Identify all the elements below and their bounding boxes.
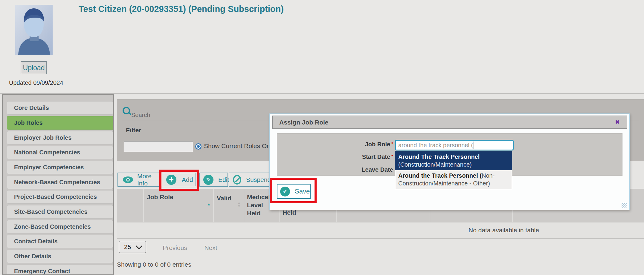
add-button[interactable]: + Add <box>162 173 196 186</box>
filter-label: Filter <box>126 127 141 134</box>
leave-date-field-label: Leave Date <box>277 166 393 173</box>
search-icon <box>123 107 132 116</box>
autocomplete-option-1[interactable]: Around The Track Personnel (Construction… <box>395 151 512 170</box>
no-entry-icon <box>233 175 241 185</box>
page-title: Test Citizen (20-00293351) (Pending Subs… <box>79 4 284 14</box>
leave-date-label-text: Leave Date <box>361 166 393 173</box>
sort-both-icon[interactable]: ▲▼ <box>237 201 241 208</box>
job-role-autocomplete-list: Around The Track Personnel (Construction… <box>395 151 512 189</box>
sidebar-item-site-based-competencies[interactable]: Site-Based Competencies <box>7 205 113 219</box>
sidebar-nav: Core Details Job Roles Employer Job Role… <box>2 94 114 275</box>
more-info-label: More Info <box>137 173 159 187</box>
option-matched-text: Around the Track Personnel ( <box>398 172 482 179</box>
page-size-select[interactable]: 25 <box>119 241 146 253</box>
job-role-input-value: around the track personnel ( <box>398 142 473 149</box>
job-role-input[interactable]: around the track personnel ( <box>395 140 514 150</box>
app-window: Upload Updated 09/09/2024 Test Citizen (… <box>0 0 644 275</box>
photo-updated-date: Updated 09/09/2024 <box>9 79 63 86</box>
sidebar-item-project-based-competencies[interactable]: Project-Based Competencies <box>7 190 113 204</box>
no-data-message: No data available in table <box>444 227 564 234</box>
job-role-field-label: Job Role* <box>277 141 393 148</box>
sort-ascending-icon[interactable]: ▲ <box>207 202 211 206</box>
dialog-resize-handle[interactable] <box>622 203 627 208</box>
text-caret <box>474 142 474 149</box>
required-mark: * <box>391 141 393 146</box>
dialog-title: Assign Job Role <box>279 119 329 126</box>
suspend-label: Suspend <box>246 176 271 183</box>
autocomplete-option-2[interactable]: Around the Track Personnel (Non-Construc… <box>395 170 512 189</box>
sidebar-item-job-roles[interactable]: Job Roles <box>7 116 114 130</box>
job-role-label-text: Job Role <box>365 141 390 148</box>
column-header-valid[interactable]: Valid <box>217 194 231 202</box>
profile-photo <box>15 5 53 55</box>
pencil-circle-icon: ✎ <box>203 175 213 185</box>
sidebar-item-employer-job-roles[interactable]: Employer Job Roles <box>7 131 113 145</box>
close-icon[interactable]: ✖ <box>615 119 619 125</box>
filter-input[interactable] <box>124 141 193 152</box>
start-date-field-label: Start Date* <box>277 153 393 160</box>
sidebar-item-employer-competencies[interactable]: Employer Competencies <box>7 161 113 174</box>
search-label: Search <box>131 112 150 119</box>
edit-label: Edit <box>218 176 229 183</box>
sidebar-item-other-details[interactable]: Other Details <box>7 250 113 263</box>
show-current-roles-label: Show Current Roles Only <box>204 142 275 150</box>
required-mark: * <box>391 153 393 159</box>
sidebar-item-core-details[interactable]: Core Details <box>7 101 113 115</box>
assign-job-role-dialog: Assign Job Role ✖ Job Role* Start Date* … <box>269 113 630 210</box>
sidebar-item-contact-details[interactable]: Contact Details <box>7 235 113 248</box>
save-button[interactable]: ✔ Save <box>277 184 311 199</box>
option-matched-text: Around The Track Personnel <box>398 153 480 160</box>
next-page-link[interactable]: Next <box>194 244 227 251</box>
entries-summary: Showing 0 to 0 of 0 entries <box>117 261 191 268</box>
start-date-label-text: Start Date <box>362 153 390 160</box>
page-size-value: 25 <box>124 243 131 251</box>
table-empty-row: No data available in table <box>117 222 644 239</box>
chevron-down-icon <box>136 243 143 250</box>
option-rest-text: (Construction/Maintenance) <box>398 161 472 168</box>
sidebar-item-zone-based-competencies[interactable]: Zone-Based Competencies <box>7 220 113 233</box>
save-button-label: Save <box>295 188 310 195</box>
upload-button[interactable]: Upload <box>21 61 47 74</box>
show-current-roles-radio[interactable] <box>195 143 202 150</box>
column-separator <box>244 189 244 222</box>
check-circle-icon: ✔ <box>280 187 290 196</box>
add-label: Add <box>182 176 193 183</box>
column-separator <box>213 189 214 222</box>
previous-page-link[interactable]: Previous <box>158 244 191 251</box>
column-header-job-role[interactable]: Job Role <box>147 193 173 201</box>
suspend-button[interactable]: Suspend <box>229 173 271 187</box>
column-separator <box>143 189 144 222</box>
edit-button[interactable]: ✎ Edit <box>199 173 228 187</box>
more-info-button[interactable]: More Info <box>117 173 159 187</box>
sidebar-item-national-competencies[interactable]: National Competencies <box>7 146 113 159</box>
eye-icon <box>123 176 131 183</box>
top-band: Upload Updated 09/09/2024 Test Citizen (… <box>0 0 644 94</box>
plus-circle-icon: + <box>166 175 176 185</box>
sidebar-item-network-based-competencies[interactable]: Network-Based Competencies <box>7 176 113 189</box>
upload-button-label: Upload <box>23 64 45 72</box>
sidebar-item-emergency-contact[interactable]: Emergency Contact <box>7 265 113 275</box>
dialog-titlebar[interactable]: Assign Job Role ✖ <box>272 116 627 129</box>
person-silhouette-icon <box>15 5 53 55</box>
